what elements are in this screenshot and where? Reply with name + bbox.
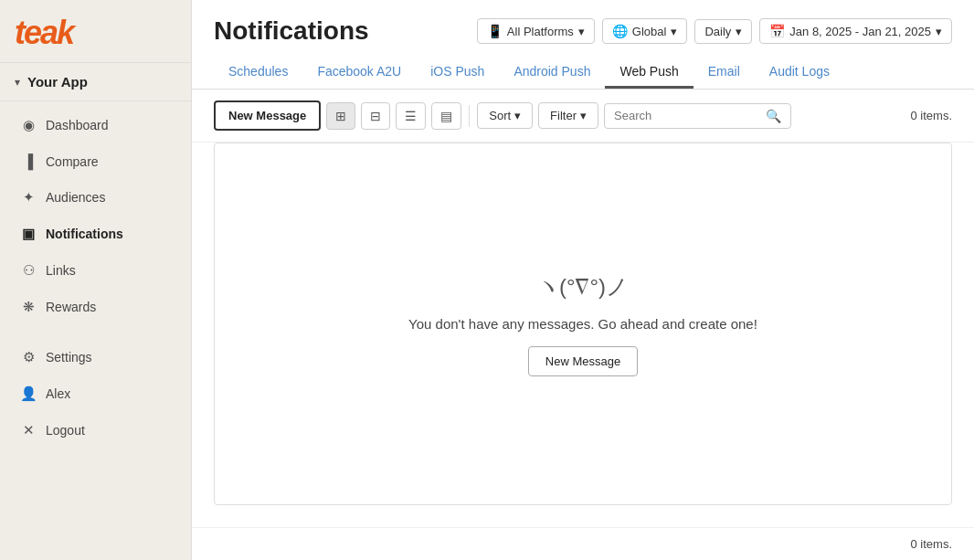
sidebar-label-notifications: Notifications <box>46 227 123 241</box>
sidebar-label-links: Links <box>46 263 76 278</box>
notifications-icon: ▣ <box>20 226 37 242</box>
sidebar-item-logout[interactable]: ✕ Logout <box>5 413 185 448</box>
sidebar-item-dashboard[interactable]: ◉ Dashboard <box>5 108 185 143</box>
new-message-center-button[interactable]: New Message <box>528 346 638 376</box>
list-icon: ☰ <box>405 109 417 123</box>
user-icon: 👤 <box>20 386 37 402</box>
tab-audit[interactable]: Audit Logs <box>755 57 844 89</box>
tab-schedules[interactable]: Schedules <box>214 57 302 89</box>
frequency-chevron-icon: ▾ <box>736 25 742 38</box>
footer-items-count: 0 items. <box>910 537 952 551</box>
calendar-icon: 📅 <box>769 24 785 38</box>
date-range-label: Jan 8, 2025 - Jan 21, 2025 <box>789 25 931 38</box>
view-small-grid-button[interactable]: ⊟ <box>361 102 390 130</box>
app-logo: teak <box>15 16 176 49</box>
sidebar-label-alex: Alex <box>46 386 70 401</box>
search-icon[interactable]: 🔍 <box>766 109 781 123</box>
new-message-button[interactable]: New Message <box>214 100 321 131</box>
logo-area: teak <box>0 0 191 63</box>
platform-chevron-icon: ▾ <box>578 25 585 38</box>
sidebar-item-rewards[interactable]: ❋ Rewards <box>5 290 185 324</box>
empty-emoticon: ヽ(°∇°)ノ <box>537 272 629 301</box>
small-grid-icon: ⊟ <box>370 109 381 123</box>
sidebar-item-audiences[interactable]: ✦ Audiences <box>5 180 185 215</box>
audiences-icon: ✦ <box>20 189 37 206</box>
filter-label: Filter <box>550 109 577 122</box>
tab-android[interactable]: Android Push <box>499 57 605 89</box>
chevron-icon: ▾ <box>15 76 20 89</box>
platform-icon: 📱 <box>487 24 503 38</box>
region-icon: 🌐 <box>612 24 628 38</box>
frequency-selector[interactable]: Daily ▾ <box>694 19 752 44</box>
sort-button[interactable]: Sort ▾ <box>477 102 533 129</box>
links-icon: ⚇ <box>20 262 37 279</box>
view-list-button[interactable]: ☰ <box>396 102 426 130</box>
sidebar-item-notifications[interactable]: ▣ Notifications <box>5 217 185 251</box>
settings-icon: ⚙ <box>20 349 37 365</box>
search-box[interactable]: 🔍 <box>604 103 791 129</box>
main-content: Notifications 📱 All Platforms ▾ 🌐 Global… <box>192 0 974 560</box>
content-tabs: Schedules Facebook A2U iOS Push Android … <box>214 57 952 89</box>
main-header: Notifications 📱 All Platforms ▾ 🌐 Global… <box>192 0 974 90</box>
document-icon: ▤ <box>440 109 452 123</box>
logout-icon: ✕ <box>20 422 37 438</box>
platform-label: All Platforms <box>507 25 574 38</box>
sidebar-label-dashboard: Dashboard <box>46 118 109 132</box>
filter-chevron-icon: ▾ <box>580 109 587 122</box>
sort-chevron-icon: ▾ <box>514 109 521 122</box>
app-name-label: Your App <box>27 74 88 90</box>
sidebar-label-logout: Logout <box>46 423 85 438</box>
sidebar-navigation: ◉ Dashboard ▐ Compare ✦ Audiences ▣ Noti… <box>0 101 191 560</box>
sidebar-item-links[interactable]: ⚇ Links <box>5 253 185 288</box>
items-count: 0 items. <box>910 109 952 122</box>
sidebar-label-rewards: Rewards <box>46 300 96 314</box>
content-toolbar: New Message ⊞ ⊟ ☰ ▤ Sort ▾ Filter ▾ 🔍 0 … <box>192 90 974 143</box>
tab-facebook[interactable]: Facebook A2U <box>302 57 416 89</box>
search-input[interactable] <box>614 109 760 122</box>
view-document-button[interactable]: ▤ <box>431 102 461 130</box>
tab-ios[interactable]: iOS Push <box>416 57 499 89</box>
platform-selector[interactable]: 📱 All Platforms ▾ <box>477 18 595 44</box>
region-selector[interactable]: 🌐 Global ▾ <box>602 18 688 44</box>
frequency-label: Daily <box>704 25 731 38</box>
footer-bar: 0 items. <box>192 527 974 560</box>
sort-label: Sort <box>489 109 511 122</box>
date-range-selector[interactable]: 📅 Jan 8, 2025 - Jan 21, 2025 ▾ <box>759 18 952 44</box>
rewards-icon: ❋ <box>20 299 37 315</box>
toolbar-divider <box>469 105 470 127</box>
view-large-grid-button[interactable]: ⊞ <box>326 102 355 130</box>
sidebar-item-alex[interactable]: 👤 Alex <box>5 376 185 411</box>
app-selector[interactable]: ▾ Your App <box>0 63 191 101</box>
region-label: Global <box>632 25 667 38</box>
header-top-row: Notifications 📱 All Platforms ▾ 🌐 Global… <box>214 16 952 46</box>
empty-message: You don't have any messages. Go ahead an… <box>408 316 757 332</box>
sidebar-item-settings[interactable]: ⚙ Settings <box>5 340 185 375</box>
sidebar: teak ▾ Your App ◉ Dashboard ▐ Compare ✦ … <box>0 0 192 560</box>
empty-state: ヽ(°∇°)ノ You don't have any messages. Go … <box>215 143 951 504</box>
region-chevron-icon: ▾ <box>671 25 677 38</box>
sidebar-label-audiences: Audiences <box>46 190 105 205</box>
sidebar-label-compare: Compare <box>46 154 99 169</box>
tab-webpush[interactable]: Web Push <box>605 57 693 89</box>
compare-icon: ▐ <box>20 153 37 169</box>
content-area: ヽ(°∇°)ノ You don't have any messages. Go … <box>214 143 952 505</box>
date-range-chevron-icon: ▾ <box>936 25 942 38</box>
filter-button[interactable]: Filter ▾ <box>538 102 598 129</box>
header-controls: 📱 All Platforms ▾ 🌐 Global ▾ Daily ▾ 📅 J… <box>477 18 952 44</box>
sidebar-item-compare[interactable]: ▐ Compare <box>5 144 185 178</box>
dashboard-icon: ◉ <box>20 117 37 133</box>
tab-email[interactable]: Email <box>693 57 755 89</box>
sidebar-label-settings: Settings <box>46 350 92 365</box>
page-title: Notifications <box>214 16 462 46</box>
large-grid-icon: ⊞ <box>335 109 346 123</box>
